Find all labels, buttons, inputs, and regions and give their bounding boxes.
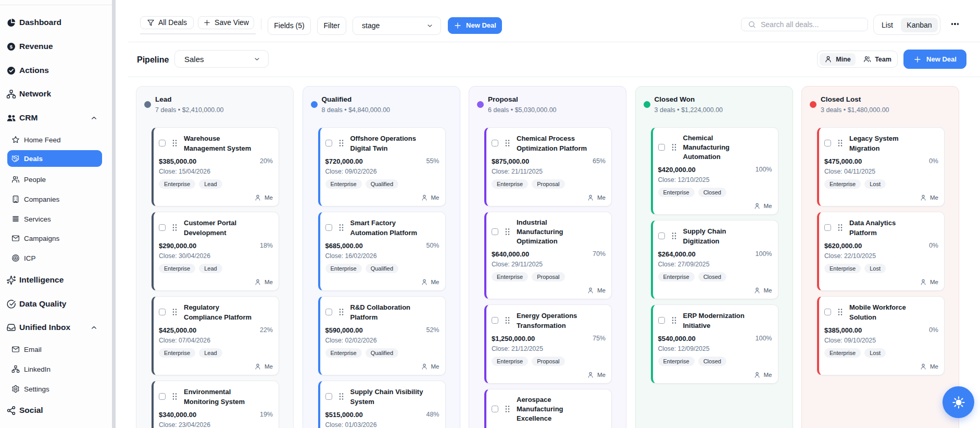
svg-text:$: $ (10, 43, 13, 49)
